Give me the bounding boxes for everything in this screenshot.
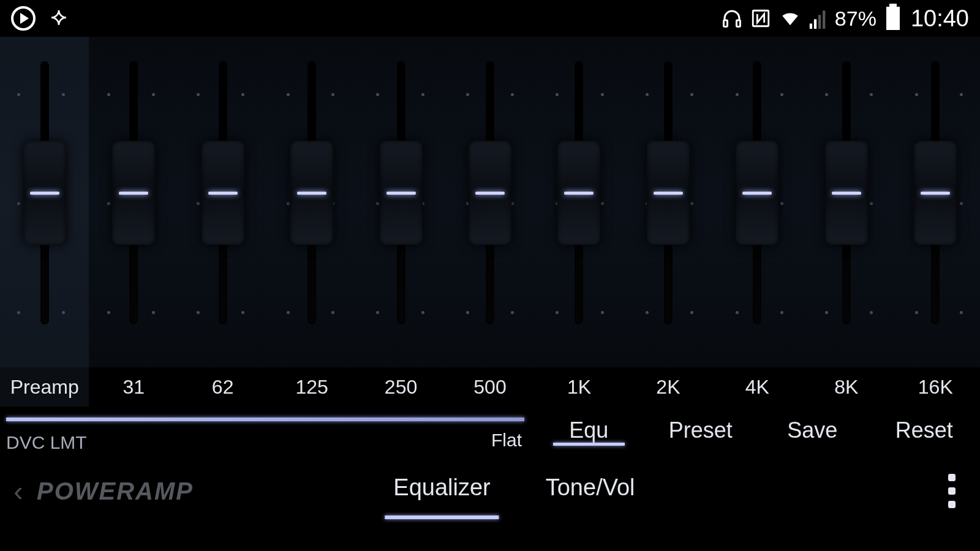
headphones-icon (721, 7, 743, 29)
preamp-label: Preamp (0, 367, 89, 407)
wifi-icon (778, 8, 802, 29)
dvc-lmt-label: DVC LMT (6, 432, 524, 453)
band-label: 16K (891, 367, 980, 407)
save-button[interactable]: Save (756, 411, 869, 443)
band-slider-250[interactable] (356, 37, 445, 367)
equ-toggle-button[interactable]: Equ (533, 411, 645, 443)
status-bar: 87% 10:40 (0, 0, 980, 37)
band-slider-4k[interactable] (713, 37, 802, 367)
band-label: 31 (89, 367, 178, 407)
band-slider-125[interactable] (267, 37, 356, 367)
svg-rect-3 (810, 24, 812, 29)
band-label: 250 (356, 367, 445, 407)
back-button[interactable]: ‹ (0, 474, 37, 508)
equalizer-sliders (0, 37, 980, 367)
band-slider-2k[interactable] (624, 37, 712, 367)
bottom-nav: ‹ Poweramp Equalizer Tone/Vol (0, 463, 980, 519)
clock: 10:40 (911, 6, 969, 32)
band-slider-16k[interactable] (891, 37, 980, 367)
app-swirl-icon (49, 9, 69, 28)
nfc-icon (750, 8, 771, 29)
overflow-menu-button[interactable] (948, 474, 956, 508)
band-label: 125 (267, 367, 356, 407)
output-meter: DVC LMT Flat (0, 411, 533, 453)
band-slider-8k[interactable] (802, 37, 891, 367)
band-slider-500[interactable] (445, 37, 534, 367)
band-labels-row: Preamp 31 62 125 250 500 1K 2K 4K 8K 16K (0, 367, 980, 407)
reset-button[interactable]: Reset (869, 411, 981, 443)
band-label: 500 (445, 367, 534, 407)
battery-percentage: 87% (835, 7, 876, 31)
band-label: 62 (178, 367, 267, 407)
svg-rect-6 (823, 10, 825, 29)
band-label: 2K (624, 367, 712, 407)
signal-icon (809, 8, 827, 29)
tab-tone-vol[interactable]: Tone/Vol (546, 474, 635, 508)
band-slider-1k[interactable] (535, 37, 624, 367)
controls-row: DVC LMT Flat Equ Preset Save Reset (0, 407, 980, 463)
band-slider-62[interactable] (178, 37, 267, 367)
svg-rect-4 (814, 19, 816, 29)
band-slider-31[interactable] (89, 37, 178, 367)
preamp-slider[interactable] (0, 37, 89, 367)
output-meter-bar (6, 418, 524, 421)
band-label: 1K (535, 367, 624, 407)
svg-rect-5 (818, 15, 821, 29)
current-preset-label: Flat (491, 430, 522, 451)
brand-logo: Poweramp (37, 478, 194, 505)
tab-equalizer[interactable]: Equalizer (393, 474, 490, 508)
band-label: 8K (802, 367, 891, 407)
band-label: 4K (713, 367, 802, 407)
preset-button[interactable]: Preset (645, 411, 757, 443)
svg-rect-0 (723, 20, 727, 27)
play-icon (11, 6, 36, 31)
battery-icon (886, 7, 900, 30)
svg-rect-1 (736, 20, 740, 27)
